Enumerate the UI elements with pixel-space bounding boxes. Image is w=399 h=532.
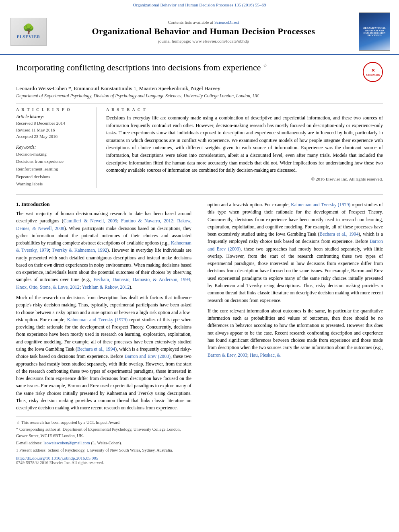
cite-bechara-right[interactable]: Bechara et al., 1994: [319, 231, 358, 237]
journal-thumbnail-area: ORGANIZATIONAL BEHAVIOR AND HUMAN DECISI…: [356, 12, 393, 51]
keyword-5: Warning labels: [16, 180, 90, 188]
article-info-label: A R T I C L E I N F O: [16, 107, 90, 112]
crossmark-badge: ✕ CrossMark: [363, 62, 383, 82]
intro-heading: 1. Introduction: [16, 201, 191, 207]
journal-thumbnail: ORGANIZATIONAL BEHAVIOR AND HUMAN DECISI…: [359, 12, 390, 51]
footnote-section: ☆ This research has been supported by a …: [16, 417, 191, 454]
cite-barron-erev-right[interactable]: Barron and Erev (2003): [208, 238, 383, 251]
keywords-block: Keywords: Decision-making Decisions from…: [16, 145, 90, 188]
abstract-label: A B S T R A C T: [106, 107, 383, 112]
journal-title: Organizational Behavior and Human Decisi…: [55, 26, 352, 37]
article-body: Incorporating conflicting descriptions i…: [0, 55, 399, 471]
issn-line: 0749-5978/© 2016 Elsevier Inc. All right…: [16, 460, 191, 465]
cite-knox2012[interactable]: Knox, Otto, Stone, & Love, 2012: [16, 284, 80, 290]
cite-barron-erev-2003b[interactable]: Barron & Erev, 2003: [208, 352, 247, 358]
elsevier-logo-box: 🌳 ELSEVIER: [10, 18, 47, 46]
article-history-title: Article history:: [16, 114, 90, 119]
cite-bechara-igt[interactable]: Bechara et al., 1994: [77, 346, 115, 352]
elsevier-logo-area: 🌳 ELSEVIER: [6, 18, 51, 46]
cite-bechara1994[interactable]: Bechara, Damasio, Damasio, & Anderson, 1…: [93, 277, 190, 282]
contents-label: Contents lists available at: [168, 20, 213, 25]
keyword-2: Decisions from experience: [16, 158, 90, 165]
doi-line: http://dx.doi.org/10.1016/j.obhdp.2016.0…: [16, 456, 191, 460]
article-title-text: Incorporating conflicting descriptions i…: [16, 62, 261, 72]
article-info-col: A R T I C L E I N F O Article history: R…: [16, 107, 97, 188]
cite-fantino[interactable]: Fantino & Navarro, 2012: [121, 218, 173, 224]
received-date: Received 8 December 2014: [16, 120, 90, 127]
abstract-col: A B S T R A C T Decisions in everyday li…: [106, 107, 383, 188]
footnote-1: ☆ This research has been supported by a …: [16, 419, 191, 426]
cite-kahneman-tversky-1979[interactable]: Kahneman and Tversky (1979): [67, 317, 128, 322]
crossmark-label: CrossMark: [366, 73, 380, 76]
body-left-col: 1. Introduction The vast majority of hum…: [16, 201, 195, 465]
email-link[interactable]: leoweisscohen@gmail.com: [43, 441, 90, 445]
keywords-list: Decision-making Decisions from experienc…: [16, 150, 90, 188]
elsevier-label: ELSEVIER: [17, 35, 41, 39]
right-para2: If the core relevant information about o…: [208, 307, 383, 359]
authors-text: Leonardo Weiss-Cohen *, Emmanouil Konsta…: [16, 85, 220, 91]
body-right-col: option and a low-risk option. For exampl…: [204, 201, 383, 465]
sciencedirect-link[interactable]: ScienceDirect: [214, 20, 239, 25]
authors-line: Leonardo Weiss-Cohen *, Emmanouil Konsta…: [16, 85, 383, 92]
article-title-star: ☆: [263, 63, 267, 68]
footnote-4: 1 Present address: School of Psychology,…: [16, 447, 191, 454]
cite-barron-erev-2003[interactable]: Barron and Erev (2003): [125, 353, 171, 359]
cite-kahneman-and-tversky-right[interactable]: Kahneman and Tversky (1979): [291, 202, 350, 207]
keyword-3: Reinforcement learning: [16, 165, 90, 173]
intro-para1: The vast majority of human decision-maki…: [16, 210, 191, 291]
footnote-2: * Corresponding author at: Department of…: [16, 426, 191, 439]
abstract-text: Decisions in everyday life are commonly …: [106, 114, 383, 174]
article-title: Incorporating conflicting descriptions i…: [16, 62, 358, 74]
section-divider: [16, 194, 383, 195]
contents-line: Contents lists available at ScienceDirec…: [55, 20, 352, 25]
revised-date: Revised 11 May 2016: [16, 127, 90, 134]
body-two-col: 1. Introduction The vast majority of hum…: [16, 201, 383, 465]
keyword-1: Decision-making: [16, 150, 90, 158]
elsevier-tree-icon: 🌳: [23, 24, 35, 34]
right-para1: option and a low-risk option. For exampl…: [208, 201, 383, 304]
keywords-title: Keywords:: [16, 145, 90, 150]
title-row: Incorporating conflicting descriptions i…: [16, 62, 383, 82]
cite-tversky1992[interactable]: Tversky & Kahneman, 1992: [52, 247, 107, 253]
info-abstract-section: A R T I C L E I N F O Article history: R…: [16, 103, 383, 188]
intro-para2: Much of the research on decisions from d…: [16, 294, 191, 412]
crossmark-icon: ✕: [371, 68, 375, 73]
article-history-dates: Received 8 December 2014 Revised 11 May …: [16, 120, 90, 140]
footnote-3: E-mail address: leoweisscohen@gmail.com …: [16, 440, 191, 446]
cite-camilleri[interactable]: Camilleri & Newell, 2009: [64, 218, 117, 224]
journal-header-center: Contents lists available at ScienceDirec…: [51, 20, 356, 43]
journal-top-bar: Organizational Behavior and Human Decisi…: [0, 0, 399, 9]
journal-homepage: journal homepage: www.elsevier.com/locat…: [55, 39, 352, 43]
affiliation-line: Department of Experimental Psychology, D…: [16, 93, 383, 98]
journal-thumb-text: ORGANIZATIONAL BEHAVIOR AND HUMAN DECISI…: [361, 27, 388, 37]
keyword-4: Repeated decisions: [16, 173, 90, 181]
doi-link[interactable]: http://dx.doi.org/10.1016/j.obhdp.2016.0…: [16, 456, 98, 460]
cite-yechlam2012[interactable]: Yechlam & Rakow, 2012: [82, 284, 130, 290]
journal-header: 🌳 ELSEVIER Contents lists available at S…: [0, 9, 399, 55]
journal-citation: Organizational Behavior and Human Decisi…: [133, 2, 266, 7]
article-history-block: Article history: Received 8 December 201…: [16, 114, 90, 140]
accepted-date: Accepted 23 May 2016: [16, 133, 90, 140]
abstract-copyright: © 2016 Elsevier Inc. All rights reserved…: [106, 177, 383, 181]
cite-hau-pleskac[interactable]: Hau, Pleskac, &: [250, 352, 281, 358]
